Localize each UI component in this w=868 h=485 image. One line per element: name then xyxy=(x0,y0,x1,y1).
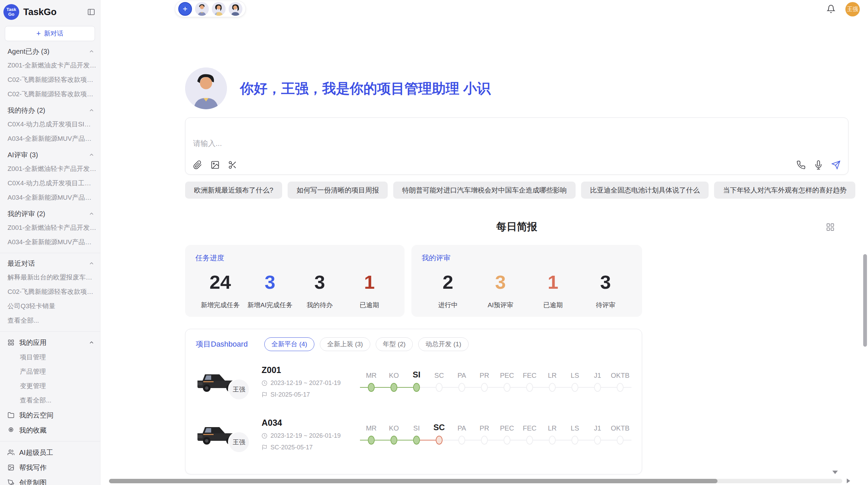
milestone-label: FEC xyxy=(523,371,537,383)
scroll-right-arrow-icon[interactable] xyxy=(847,478,850,483)
horizontal-scrollbar[interactable] xyxy=(109,479,842,483)
sidebar-item[interactable]: A034-全新新能源MUV产品开发项目造型可行性评审 xyxy=(0,235,100,249)
milestone-connector xyxy=(383,440,390,440)
milestone-dot xyxy=(413,383,420,392)
stat-label: 新增完成任务 xyxy=(195,301,245,310)
microphone-icon[interactable] xyxy=(814,160,823,170)
milestone-connector xyxy=(488,440,496,440)
sidebar-item[interactable]: C0X4-动力总成开发项目SI里程碑提交物检查 xyxy=(0,117,100,132)
section-header-recent[interactable]: 最近对话 xyxy=(0,257,100,270)
milestone-node: MR xyxy=(360,424,383,445)
milestone-label: LS xyxy=(571,424,579,435)
milestone-label: PR xyxy=(480,371,489,383)
stat: 3 新增AI完成任务 xyxy=(245,271,295,310)
app-item-change-mgmt[interactable]: 变更管理 xyxy=(0,379,100,393)
section-label: 我的评审 (2) xyxy=(8,209,45,219)
project-row-partial[interactable] xyxy=(196,463,631,474)
sidebar-item-creative-draw[interactable]: 创意制图 xyxy=(0,475,100,485)
image-upload-icon[interactable] xyxy=(210,160,220,170)
milestone-connector xyxy=(383,387,390,388)
section-header-agent-done[interactable]: Agent已办 (3) xyxy=(0,45,100,58)
favorites-label: 我的收藏 xyxy=(19,426,47,435)
horizontal-scrollbar-thumb[interactable] xyxy=(109,479,718,483)
logo-line2: Go xyxy=(8,12,14,17)
sidebar-item-cloud-space[interactable]: 我的云空间 xyxy=(0,408,100,423)
milestone-connector xyxy=(420,440,428,440)
recent-chat-item[interactable]: 公司Q3轻卡销量 xyxy=(0,299,100,313)
phone-call-icon[interactable] xyxy=(796,160,806,170)
greeting-block: 你好，王强，我是你的项目管理助理 小识 xyxy=(185,67,848,109)
sidebar-collapse-icon[interactable] xyxy=(87,8,95,16)
view-all-chats[interactable]: 查看全部... xyxy=(0,313,100,328)
stat-value: 1 xyxy=(527,271,579,293)
milestone-connector xyxy=(586,387,594,388)
section-header-ai-review[interactable]: AI评审 (3) xyxy=(0,148,100,162)
filter-pill-new-platform[interactable]: 全新平台 (4) xyxy=(264,337,315,351)
stat-label: 新增AI完成任务 xyxy=(245,301,295,310)
milestone-dot xyxy=(368,436,375,445)
sidebar-item-my-apps[interactable]: 我的应用 xyxy=(0,335,100,350)
milestone-label: PA xyxy=(457,424,466,435)
send-icon[interactable] xyxy=(831,160,841,170)
recent-chat-item[interactable]: C02-飞腾新能源轻客改款项目的闭环通告反馈情况 xyxy=(0,285,100,299)
suggestion-chip[interactable]: 如何写一份清晰的项目周报 xyxy=(288,182,388,199)
suggestion-chip[interactable]: 欧洲新规最近颁布了什么? xyxy=(185,182,282,199)
milestone-node: KO xyxy=(383,371,405,392)
app-item-project-mgmt[interactable]: 项目管理 xyxy=(0,350,100,364)
section-header-my-todo[interactable]: 我的待办 (2) xyxy=(0,103,100,117)
filter-pill-new-body[interactable]: 全新上装 (3) xyxy=(320,337,370,351)
layout-grid-icon[interactable] xyxy=(826,223,835,232)
suggestion-chip[interactable]: 当下年轻人对汽车外观有怎样的喜好趋势 xyxy=(714,182,855,199)
app-item-product-mgmt[interactable]: 产品管理 xyxy=(0,364,100,379)
section-header-my-review[interactable]: 我的评审 (2) xyxy=(0,207,100,221)
new-chat-button[interactable]: + 新对话 xyxy=(5,26,95,41)
milestone-connector xyxy=(428,440,436,440)
milestone-connector xyxy=(578,440,586,440)
project-node-date: SI-2025-05-17 xyxy=(262,391,350,398)
project-code: A034 xyxy=(262,418,350,428)
sidebar-item-write-helper[interactable]: 帮我写作 xyxy=(0,460,100,475)
daily-brief-title: 每日简报 xyxy=(185,220,848,234)
sidebar-item-ai-employee[interactable]: AI超级员工 xyxy=(0,445,100,460)
sidebar-item[interactable]: C02-飞腾新能源轻客改款项目里程碑画布 xyxy=(0,73,100,87)
message-input[interactable] xyxy=(193,139,364,148)
vertical-scrollbar-thumb[interactable] xyxy=(863,254,867,347)
milestone-label: OKTB xyxy=(611,371,629,383)
sidebar-item[interactable]: A034-全新新能源MUV产品开发项目法规符合性评审 xyxy=(0,190,100,205)
logo-row: Task Go TaskGo xyxy=(0,0,100,23)
project-row[interactable]: 王强 Z001 2023-12-19 ~ 2027-01-19 SI-2025-… xyxy=(196,359,631,404)
milestone-node: SC xyxy=(428,371,450,392)
milestone-connector xyxy=(375,440,383,440)
milestone-connector xyxy=(564,440,571,440)
milestone-connector xyxy=(556,387,564,388)
filter-pill-powertrain[interactable]: 动总开发 (1) xyxy=(418,337,469,351)
scroll-down-arrow-icon[interactable] xyxy=(832,471,838,474)
milestone-label: LR xyxy=(548,371,557,383)
milestone-connector xyxy=(518,387,526,388)
section-label: 最近对话 xyxy=(8,259,35,268)
suggestion-chip[interactable]: 特朗普可能对进口汽车增税会对中国车企造成哪些影响 xyxy=(393,182,576,199)
sidebar-item[interactable]: Z001-全新燃油轻卡产品开发项目SI节点属性5D文件评审 xyxy=(0,221,100,235)
sidebar-item[interactable]: A034-全新新能源MUV产品开发项目计划变更表编写 xyxy=(0,132,100,146)
my-apps-label: 我的应用 xyxy=(19,338,47,347)
sidebar-item[interactable]: C02-飞腾新能源轻客改款项目立项汇报方案 xyxy=(0,87,100,101)
milestone-connector xyxy=(473,387,481,388)
milestone-connector xyxy=(518,440,526,440)
view-all-apps[interactable]: 查看全部... xyxy=(0,393,100,408)
milestone-label: KO xyxy=(389,371,399,383)
scissors-icon[interactable] xyxy=(228,160,237,170)
milestone-connector xyxy=(360,387,368,388)
card-title: 任务进度 xyxy=(195,253,394,263)
project-row[interactable]: 王强 A034 2023-12-19 ~ 2026-01-19 SC-2025-… xyxy=(196,412,631,457)
filter-pill-year-model[interactable]: 年型 (2) xyxy=(376,337,413,351)
milestone-connector xyxy=(578,387,586,388)
attachment-icon[interactable] xyxy=(193,160,202,170)
sidebar-item[interactable]: Z001-全新燃油皮卡产品开发项目SI节点Lesson Learn报告 xyxy=(0,58,100,73)
milestone-node: LR xyxy=(541,371,564,392)
milestone-node: LS xyxy=(564,424,586,445)
sidebar-item[interactable]: Z001-全新燃油轻卡产品开发项目SI造型提交物评审 xyxy=(0,162,100,176)
sidebar-item-favorites[interactable]: 我的收藏 xyxy=(0,423,100,438)
suggestion-chip[interactable]: 比亚迪全固态电池计划具体说了什么 xyxy=(581,182,709,199)
sidebar-item[interactable]: C0X4-动力总成开发项目工程变更评审 xyxy=(0,176,100,190)
recent-chat-item[interactable]: 解释最新出台的欧盟报废车法规再生塑料比例被调至15%... xyxy=(0,270,100,285)
